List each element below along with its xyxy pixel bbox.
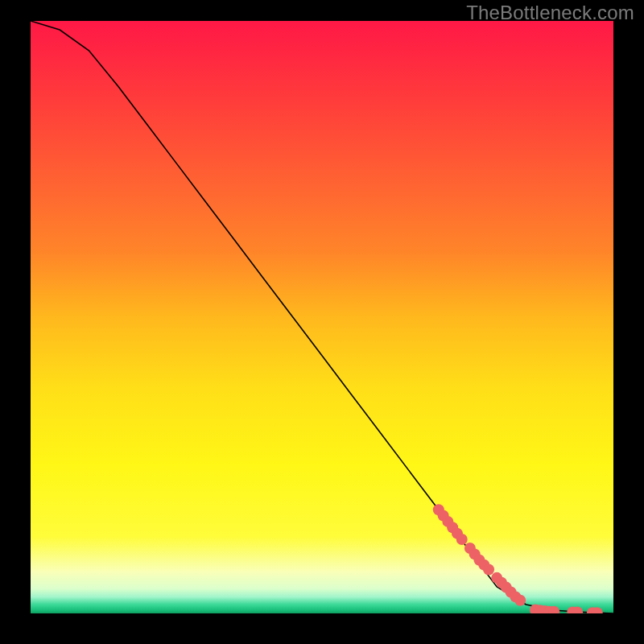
chart-frame: TheBottleneck.com	[0, 0, 644, 644]
gradient-background	[31, 21, 613, 613]
watermark-text: TheBottleneck.com	[466, 2, 634, 24]
svg-rect-0	[31, 21, 613, 613]
plot-area	[31, 21, 613, 613]
